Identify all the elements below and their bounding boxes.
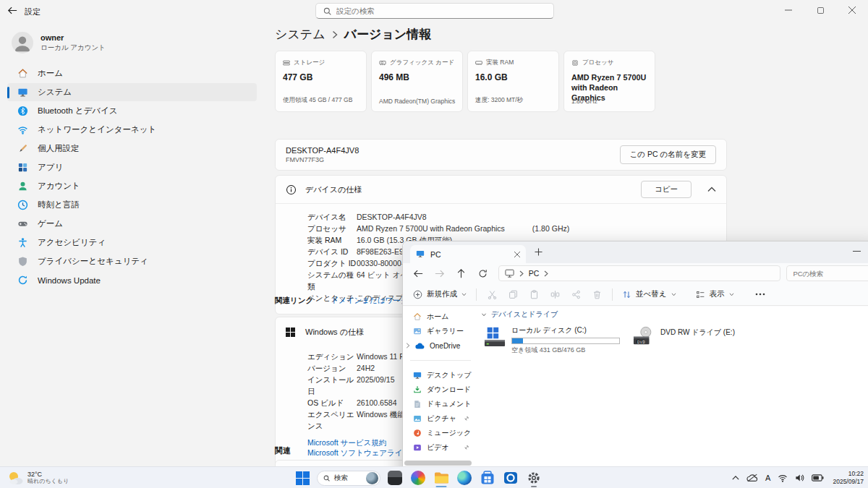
rename-pc-button[interactable]: この PC の名前を変更: [620, 145, 716, 164]
nav-forward-icon[interactable]: [429, 264, 451, 283]
store-icon[interactable]: [479, 468, 496, 487]
drive-e-item[interactable]: DVD DVD RW ドライブ (E:): [633, 325, 735, 347]
tab-close-icon[interactable]: [514, 252, 520, 257]
more-options-icon[interactable]: [755, 285, 765, 304]
explorer-tab-pc[interactable]: PC: [410, 245, 526, 263]
videos-icon: [413, 443, 422, 452]
sidebar-item-home[interactable]: ホーム: [403, 309, 477, 324]
sidebar-item-onedrive[interactable]: OneDrive: [403, 338, 477, 353]
graphics-card[interactable]: グラフィックス カード 496 MB AMD Radeon(TM) Graphi…: [371, 51, 463, 112]
explorer-search-box[interactable]: [786, 265, 868, 281]
taskbar-search[interactable]: 検索: [317, 471, 380, 486]
ram-icon: [475, 59, 482, 67]
explorer-search-input[interactable]: [793, 270, 868, 278]
nav-refresh-icon[interactable]: [472, 264, 494, 283]
sidebar-item-desktop[interactable]: デスクトップ: [403, 368, 477, 382]
sidebar-item-network[interactable]: ネットワークとインターネット: [7, 121, 257, 139]
music-icon: [413, 429, 422, 437]
taskbar-tray: A 10:22 2025/09/17: [732, 468, 864, 487]
onedrive-icon: [415, 343, 425, 349]
clock-date: 2025/09/17: [833, 478, 864, 486]
processor-card[interactable]: プロセッサ AMD Ryzen 7 5700U with Radeon Grap…: [563, 51, 655, 112]
sidebar-item-pictures[interactable]: ピクチャ: [403, 411, 477, 426]
ram-card[interactable]: 実装 RAM 16.0 GB 速度: 3200 MT/秒: [467, 51, 559, 112]
start-button[interactable]: [294, 468, 311, 487]
search-highlight-image[interactable]: [366, 472, 378, 484]
photos-icon[interactable]: [409, 468, 427, 487]
settings-search-input[interactable]: [336, 7, 546, 15]
expander-chevron-icon[interactable]: [406, 343, 410, 348]
sidebar-item-documents[interactable]: ドキュメント: [403, 397, 477, 411]
sidebar-item-music[interactable]: ミュージック: [403, 426, 477, 440]
breadcrumb-box[interactable]: PC: [498, 265, 781, 281]
device-spec-header[interactable]: デバイスの仕様 コピー: [276, 176, 726, 203]
wifi-icon: [17, 124, 28, 135]
brush-icon: [17, 143, 28, 154]
toolbar-divider: [612, 288, 613, 301]
sort-button[interactable]: 並べ替え: [622, 289, 676, 299]
file-explorer-icon[interactable]: [433, 468, 450, 487]
sidebar-item-privacy[interactable]: プライバシーとセキュリティ: [7, 252, 257, 270]
weather-widget[interactable]: 32°C 晴れのちくもり: [7, 468, 69, 487]
clock[interactable]: 10:22 2025/09/17: [833, 470, 864, 486]
nav-up-icon[interactable]: [451, 264, 472, 283]
sidebar-item-videos[interactable]: ビデオ: [403, 440, 477, 455]
maximize-button[interactable]: [804, 0, 836, 20]
wifi-tray-icon[interactable]: [778, 468, 788, 487]
sidebar-item-time-language[interactable]: 時刻と言語: [7, 196, 257, 214]
related-heading: 関連: [275, 445, 291, 456]
nav-back-icon[interactable]: [407, 264, 429, 283]
sidebar-item-accessibility[interactable]: アクセシビリティ: [7, 234, 257, 252]
settings-gear-icon[interactable]: [525, 468, 542, 487]
active-indicator: [531, 486, 537, 488]
sidebar-item-gallery[interactable]: ギャラリー: [403, 324, 477, 338]
sidebar-item-gaming[interactable]: ゲーム: [7, 215, 257, 233]
person-icon: [17, 181, 28, 192]
storage-card[interactable]: ストレージ 477 GB 使用領域 45 GB / 477 GB: [275, 51, 367, 112]
view-button[interactable]: 表示: [696, 289, 734, 299]
close-button[interactable]: [836, 0, 868, 20]
share-icon: [570, 285, 582, 304]
back-button[interactable]: [7, 6, 17, 15]
new-tab-button[interactable]: [535, 248, 542, 256]
new-button[interactable]: 新規作成: [413, 289, 467, 299]
sidebar-item-personalization[interactable]: 個人用設定: [7, 140, 257, 158]
view-icon: [696, 290, 705, 299]
sidebar-item-downloads[interactable]: ダウンロード: [403, 382, 477, 397]
drive-c-item[interactable]: ローカル ディスク (C:) 空き領域 431 GB/476 GB: [484, 325, 620, 355]
bluetooth-icon: [17, 106, 28, 116]
settings-search[interactable]: [315, 3, 554, 19]
window-controls: [773, 0, 868, 20]
drive-c-free: 空き領域 431 GB/476 GB: [511, 346, 620, 355]
sidebar-item-bluetooth[interactable]: Bluetooth とデバイス: [7, 102, 257, 120]
drive-c-usage-bar: [511, 338, 620, 344]
sort-icon: [622, 290, 631, 299]
sidebar-item-accounts[interactable]: アカウント: [7, 177, 257, 195]
ime-mode-indicator[interactable]: A: [765, 468, 770, 487]
sidebar-item-home[interactable]: ホーム: [7, 64, 257, 82]
sidebar-item-apps[interactable]: アプリ: [7, 158, 257, 176]
copy-button[interactable]: コピー: [641, 181, 692, 198]
crumb-chevron-icon[interactable]: [544, 270, 548, 277]
breadcrumb-parent[interactable]: システム: [275, 26, 326, 43]
battery-tray-icon[interactable]: [812, 468, 824, 487]
crumb-pc[interactable]: PC: [529, 269, 540, 278]
outlook-icon[interactable]: [502, 468, 519, 487]
sidebar-item-windows-update[interactable]: Windows Update: [7, 271, 257, 289]
spec-row: デバイス名DESKTOP-A4F4JV8: [307, 211, 726, 223]
related-links-label: 関連リンク: [275, 296, 313, 306]
horizontal-scrollbar[interactable]: [404, 461, 472, 466]
onedrive-tray-icon[interactable]: [746, 468, 758, 487]
task-view-icon[interactable]: [386, 468, 404, 487]
volume-tray-icon[interactable]: [795, 468, 804, 487]
drives-section-header[interactable]: デバイスとドライブ: [481, 309, 868, 320]
chevron-up-icon[interactable]: [707, 187, 716, 192]
this-pc-icon: [505, 269, 514, 278]
tray-chevron-up-icon[interactable]: [732, 468, 739, 487]
delete-icon: [591, 285, 603, 304]
sidebar-item-system[interactable]: システム: [7, 83, 257, 101]
chevron-down-icon: [461, 293, 467, 296]
explorer-minimize-button[interactable]: [853, 250, 861, 252]
edge-icon[interactable]: [456, 468, 473, 487]
minimize-button[interactable]: [773, 0, 804, 20]
